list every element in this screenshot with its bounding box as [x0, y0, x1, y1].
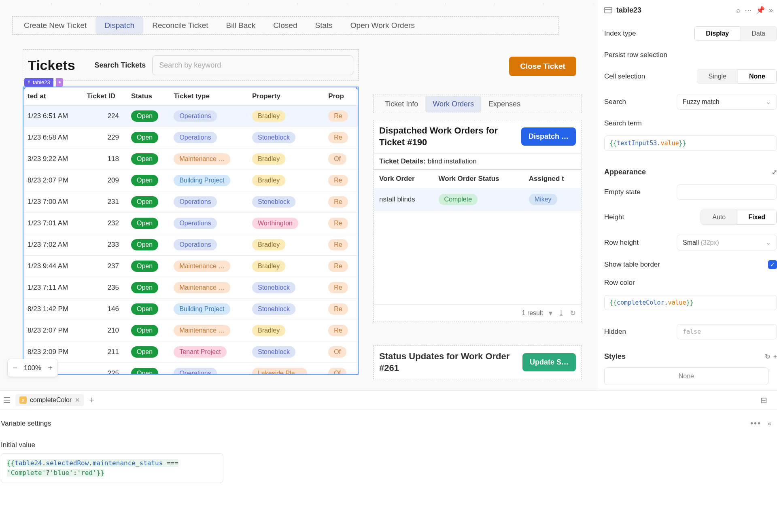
pin-icon[interactable]: 📌 — [756, 6, 765, 15]
top-tab-open-work-orders[interactable]: Open Work Orders — [342, 17, 424, 34]
detail-tab-ticket-info[interactable]: Ticket Info — [378, 96, 425, 112]
initial-value-label: Initial value — [1, 431, 776, 453]
table-row[interactable]: 1/23 7:01 AM232OpenOperationsWorthington… — [23, 213, 358, 234]
expand-icon[interactable]: ⤢ — [772, 168, 777, 176]
empty-state-label: Empty state — [604, 188, 671, 196]
top-tab-bill-back[interactable]: Bill Back — [217, 17, 265, 34]
table-footer: 1 result ▾ ⤓ ↻ — [374, 304, 582, 322]
download-icon[interactable]: ⤓ — [558, 309, 564, 318]
height-fixed[interactable]: Fixed — [737, 210, 777, 225]
dispatch-button[interactable]: Dispatch … — [521, 127, 576, 146]
styles-header: Styles — [604, 352, 762, 361]
chevron-down-icon: ⌄ — [766, 98, 771, 106]
search-select[interactable]: Fuzzy match⌄ — [677, 94, 777, 110]
chevron-right-icon[interactable]: » — [769, 6, 773, 15]
column-header[interactable]: Ticket ID — [83, 87, 127, 106]
table-row[interactable]: AM225OpenOperationsLakeside Pla…Of — [23, 363, 358, 375]
refresh-icon[interactable]: ↻ — [570, 309, 576, 318]
cell-selection-none[interactable]: None — [738, 69, 777, 84]
table-row[interactable]: nstall blindsCompleteMikey — [374, 188, 582, 211]
component-tag-actions[interactable]: ✦ — [56, 78, 63, 87]
reset-icon[interactable]: ↻ — [765, 353, 770, 360]
table-row[interactable]: 1/23 7:11 AM235OpenMaintenance …Stoneblo… — [23, 277, 358, 299]
column-header[interactable]: Assigned t — [523, 170, 582, 188]
column-header[interactable]: Property — [248, 87, 324, 106]
index-type-label: Index type — [604, 30, 688, 38]
persist-label: Persist row selection — [604, 51, 777, 59]
tickets-table[interactable]: ted atTicket IDStatusTicket typeProperty… — [23, 87, 359, 375]
search-input[interactable]: Search by keyword — [152, 55, 353, 75]
table-row[interactable]: 8/23 1:42 PM146OpenBuilding ProjectStone… — [23, 299, 358, 320]
collapse-icon[interactable]: « — [768, 420, 776, 427]
table-row[interactable]: 3/23 9:22 AM118OpenMaintenance …BradleyO… — [23, 148, 358, 170]
page-title: Tickets — [28, 57, 75, 73]
column-header[interactable]: Status — [127, 87, 170, 106]
panel-menu-icon[interactable]: ☰ — [3, 395, 11, 405]
zoom-out-button[interactable]: − — [10, 363, 20, 373]
initial-value-editor[interactable]: {{table24.selectedRow.maintenance_status… — [1, 453, 223, 483]
bottom-tab[interactable]: x completeColor ✕ — [15, 394, 84, 406]
column-header[interactable]: Ticket type — [170, 87, 248, 106]
inspector-title: table23 — [616, 6, 732, 15]
hidden-input[interactable]: false — [677, 324, 777, 339]
canvas-ruler — [2, 3, 593, 6]
top-tab-dispatch[interactable]: Dispatch — [96, 17, 143, 34]
table-row[interactable]: 1/23 9:44 AM237OpenMaintenance …BradleyR… — [23, 256, 358, 277]
index-type-display[interactable]: Display — [694, 26, 740, 41]
column-header[interactable]: ted at — [23, 87, 83, 106]
empty-state-input[interactable] — [677, 184, 777, 200]
column-header[interactable]: Work Order Status — [433, 170, 523, 188]
search-label: Search — [604, 98, 671, 106]
table-row[interactable]: 1/23 6:58 AM229OpenOperationsStoneblockR… — [23, 127, 358, 148]
bottom-panel: ☰ x completeColor ✕ + ⊟ Variable setting… — [0, 390, 777, 532]
zoom-in-button[interactable]: + — [45, 363, 55, 373]
search-icon[interactable]: ⌕ — [736, 6, 741, 15]
table-row[interactable]: 8/23 2:07 PM209OpenBuilding ProjectBradl… — [23, 170, 358, 191]
add-style-icon[interactable]: + — [773, 353, 777, 360]
row-color-input[interactable]: {{completeColor.value}} — [604, 295, 777, 310]
top-tab-create-new-ticket[interactable]: Create New Ticket — [15, 17, 96, 34]
bottom-tab-label: completeColor — [30, 396, 72, 404]
table-row[interactable]: 1/23 7:02 AM233OpenOperationsBradleyRe — [23, 234, 358, 256]
close-ticket-button[interactable]: Close Ticket — [509, 57, 576, 76]
index-type-data[interactable]: Data — [740, 26, 777, 41]
height-segmented[interactable]: Auto Fixed — [701, 210, 777, 225]
more-icon[interactable]: ••• — [750, 419, 768, 428]
detail-tab-work-orders[interactable]: Work Orders — [425, 96, 481, 112]
minimize-icon[interactable]: ⊟ — [760, 395, 767, 405]
show-border-checkbox[interactable]: ✓ — [768, 260, 777, 269]
styles-none: None — [604, 367, 769, 385]
top-tab-reconcile-ticket[interactable]: Reconcile Ticket — [143, 17, 217, 34]
top-tabs: Create New TicketDispatchReconcile Ticke… — [12, 16, 558, 35]
height-auto[interactable]: Auto — [701, 210, 737, 225]
table-row[interactable]: 1/23 7:00 AM231OpenOperationsStoneblockR… — [23, 191, 358, 213]
zoom-control: − 100% + — [7, 359, 58, 377]
work-orders-table[interactable]: Vork OrderWork Order StatusAssigned t ns… — [374, 170, 582, 211]
detail-tab-expenses[interactable]: Expenses — [481, 96, 528, 112]
index-type-segmented[interactable]: Display Data — [694, 26, 777, 41]
top-tab-stats[interactable]: Stats — [306, 17, 342, 34]
row-height-select[interactable]: Small (32px) ⌄ — [677, 235, 777, 250]
table-row[interactable]: 8/23 2:09 PM211OpenTenant ProjectStonebl… — [23, 341, 358, 363]
cell-selection-segmented[interactable]: Single None — [697, 69, 777, 84]
search-term-input[interactable]: {{textInput53.value}} — [604, 136, 777, 151]
table-row[interactable]: 8/23 2:07 PM210OpenMaintenance …BradleyR… — [23, 320, 358, 341]
table-row[interactable]: 1/23 6:51 AM224OpenOperationsBradleyRe — [23, 106, 358, 127]
result-count: 1 result — [522, 309, 543, 317]
column-header[interactable]: Vork Order — [374, 170, 433, 188]
resize-handle[interactable] — [356, 87, 359, 89]
more-icon[interactable]: ⋯ — [745, 6, 752, 15]
cell-selection-single[interactable]: Single — [697, 69, 738, 84]
filter-icon[interactable]: ▾ — [549, 309, 552, 318]
close-tab-icon[interactable]: ✕ — [75, 396, 80, 404]
row-color-label: Row color — [604, 279, 635, 287]
show-border-label: Show table border — [604, 261, 762, 269]
component-selection-tag[interactable]: table23 — [24, 78, 53, 87]
column-header[interactable]: Prop — [324, 87, 358, 106]
add-tab-button[interactable]: + — [89, 395, 94, 405]
top-tab-closed[interactable]: Closed — [264, 17, 306, 34]
appearance-header: Appearance — [604, 168, 769, 176]
row-height-label: Row height — [604, 239, 671, 247]
detail-tabs: Ticket InfoWork OrdersExpenses — [373, 95, 582, 113]
update-status-button[interactable]: Update S… — [522, 353, 576, 371]
